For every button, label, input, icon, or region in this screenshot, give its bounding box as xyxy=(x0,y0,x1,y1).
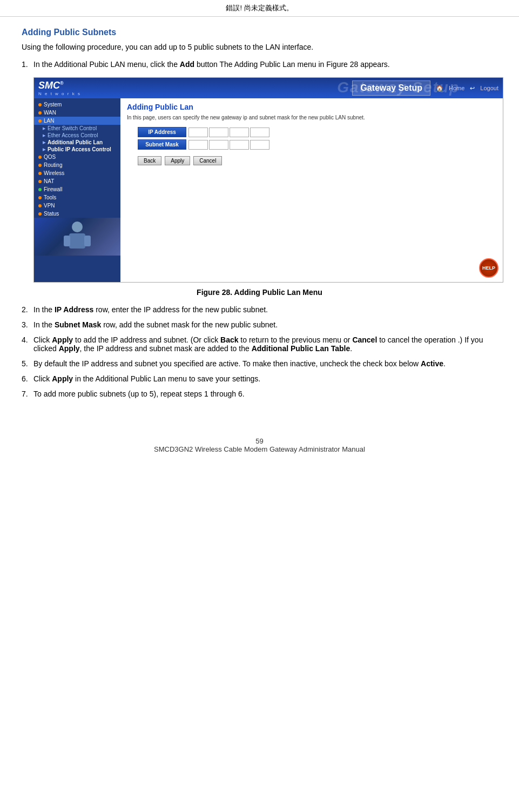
gw-body: System WAN LAN Ether Switch Control Et xyxy=(34,98,503,282)
sidebar-sub-additional-public[interactable]: Additional Public Lan xyxy=(34,139,120,146)
ip-octet-3[interactable] xyxy=(230,127,249,137)
cancel-button[interactable]: Cancel xyxy=(193,156,222,165)
sidebar-item-system[interactable]: System xyxy=(34,100,120,109)
sidebar-item-status[interactable]: Status xyxy=(34,210,120,218)
sidebar-item-nat[interactable]: NAT xyxy=(34,177,120,185)
sidebar-item-qos[interactable]: QOS xyxy=(34,153,120,161)
sidebar-image xyxy=(34,218,120,256)
sidebar-item-firewall[interactable]: Firewall xyxy=(34,185,120,193)
smc-networks: N e t w o r k s xyxy=(38,91,81,96)
sidebar-item-wireless[interactable]: Wireless xyxy=(34,169,120,177)
figure-caption: Figure 28. Adding Public Lan Menu xyxy=(22,288,497,297)
step-5: By default the IP address and subnet you… xyxy=(22,359,497,368)
page-footer: 59 SMCD3GN2 Wireless Cable Modem Gateway… xyxy=(0,437,519,464)
step-3: In the Subnet Mask row, add the subnet m… xyxy=(22,320,497,329)
sidebar-person-icon xyxy=(64,220,91,253)
sidebar-item-routing[interactable]: Routing xyxy=(34,161,120,169)
dot-icon xyxy=(38,111,42,115)
home-link[interactable]: Home xyxy=(449,85,464,92)
sidebar-sub-ether-switch[interactable]: Ether Switch Control xyxy=(34,125,120,132)
subnet-mask-row: Subnet Mask xyxy=(138,139,496,150)
smc-logo: SMC® xyxy=(38,80,81,91)
gw-title-box: Gateway Setup xyxy=(352,80,430,96)
dot-icon xyxy=(38,172,42,175)
gw-main-panel: Adding Public Lan In this page, users ca… xyxy=(120,98,503,170)
doc-title: SMCD3GN2 Wireless Cable Modem Gateway Ad… xyxy=(0,445,519,453)
panel-desc: In this page, users can specify the new … xyxy=(127,115,496,120)
apply-button[interactable]: Apply xyxy=(165,156,190,165)
ip-address-row: IP Address xyxy=(138,127,496,137)
panel-title: Adding Public Lan xyxy=(127,103,496,111)
error-text: 錯誤! 尚未定義樣式。 xyxy=(226,4,293,12)
smc-logo-area: SMC® N e t w o r k s xyxy=(38,80,81,96)
gw-nav-links: 🏠 Home ↩ Logout xyxy=(436,85,498,92)
step-1-text: In the Additional Pubic LAN menu, click … xyxy=(33,60,497,69)
step-1: In the Additional Pubic LAN menu, click … xyxy=(22,60,497,69)
gw-main-wrapper: Adding Public Lan In this page, users ca… xyxy=(120,98,503,282)
subnet-octet-2[interactable] xyxy=(209,140,228,150)
sidebar-item-vpn[interactable]: VPN xyxy=(34,202,120,210)
ip-address-label: IP Address xyxy=(138,127,186,137)
svg-rect-1 xyxy=(69,233,85,249)
dot-icon xyxy=(38,180,42,183)
sidebar-sub-ether-access[interactable]: Ether Access Control xyxy=(34,132,120,139)
step-5-text: By default the IP address and subnet you… xyxy=(33,359,497,368)
steps-list: In the Additional Pubic LAN menu, click … xyxy=(22,60,497,398)
svg-rect-2 xyxy=(64,236,70,246)
back-button[interactable]: Back xyxy=(138,156,161,165)
logout-icon: ↩ xyxy=(470,85,475,92)
gw-title-area: Gateway Setup 🏠 Home ↩ Logout xyxy=(352,80,498,96)
subnet-fields xyxy=(188,140,269,150)
dot-icon xyxy=(38,204,42,207)
step-6: Click Apply in the Additional Public Lan… xyxy=(22,374,497,383)
svg-rect-3 xyxy=(84,236,91,246)
gw-header: SMC® N e t w o r k s Gateway Setup Gatew… xyxy=(34,78,503,98)
subnet-mask-label: Subnet Mask xyxy=(138,139,186,150)
step-7-text: To add more public subnets (up to 5), re… xyxy=(33,390,497,398)
dot-icon xyxy=(38,119,42,123)
gw-form-table: IP Address Subnet Mask xyxy=(138,127,496,150)
gateway-screenshot: SMC® N e t w o r k s Gateway Setup Gatew… xyxy=(33,77,503,283)
dot-icon xyxy=(38,164,42,167)
step-4-text: Click Apply to add the IP address and su… xyxy=(33,335,497,353)
subnet-octet-1[interactable] xyxy=(188,140,208,150)
step-6-text: Click Apply in the Additional Public Lan… xyxy=(33,374,497,383)
section-title: Adding Public Subnets xyxy=(22,28,497,37)
main-content: Adding Public Subnets Using the followin… xyxy=(0,17,519,415)
dot-icon xyxy=(38,156,42,159)
subnet-octet-4[interactable] xyxy=(250,140,269,150)
help-badge[interactable]: HELP xyxy=(479,258,498,278)
sidebar-item-tools[interactable]: Tools xyxy=(34,193,120,202)
page-number: 59 xyxy=(0,437,519,445)
step-4: Click Apply to add the IP address and su… xyxy=(22,335,497,353)
step-7: To add more public subnets (up to 5), re… xyxy=(22,390,497,398)
ip-octet-4[interactable] xyxy=(250,127,269,137)
gw-sidebar: System WAN LAN Ether Switch Control Et xyxy=(34,98,120,282)
step-2-text: In the IP Address row, enter the IP addr… xyxy=(33,305,497,314)
dot-icon xyxy=(38,103,42,106)
sidebar-item-lan[interactable]: LAN xyxy=(34,117,120,125)
intro-text: Using the following procedure, you can a… xyxy=(22,43,497,51)
ip-fields xyxy=(188,127,269,137)
logout-link[interactable]: Logout xyxy=(480,85,498,92)
gw-buttons: Back Apply Cancel xyxy=(138,156,496,165)
dot-icon xyxy=(38,212,42,216)
dot-icon xyxy=(38,188,42,191)
step-3-text: In the Subnet Mask row, add the subnet m… xyxy=(33,320,497,329)
sidebar-sub-public-ip-access[interactable]: Public IP Access Control xyxy=(34,146,120,153)
home-icon: 🏠 xyxy=(436,85,443,92)
ip-octet-2[interactable] xyxy=(209,127,228,137)
ip-octet-1[interactable] xyxy=(188,127,208,137)
dot-icon xyxy=(38,196,42,199)
subnet-octet-3[interactable] xyxy=(230,140,249,150)
svg-point-0 xyxy=(72,222,83,232)
sidebar-item-wan[interactable]: WAN xyxy=(34,109,120,117)
step-2: In the IP Address row, enter the IP addr… xyxy=(22,305,497,314)
error-header: 錯誤! 尚未定義樣式。 xyxy=(0,0,519,17)
